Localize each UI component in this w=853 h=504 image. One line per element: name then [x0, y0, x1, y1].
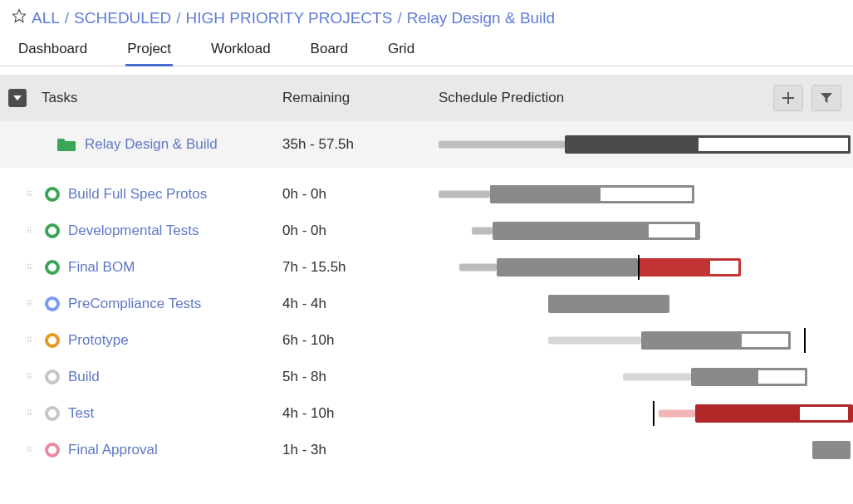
schedule-bar: [439, 432, 841, 468]
task-remaining: 0h - 0h: [282, 223, 439, 239]
filter-button[interactable]: [811, 85, 841, 111]
tab-bar: Dashboard Project Workload Board Grid: [0, 32, 853, 66]
drag-handle-icon[interactable]: ⠿: [27, 448, 37, 453]
schedule-bar: [439, 249, 841, 286]
drag-handle-icon[interactable]: ⠿: [27, 339, 37, 343]
star-outline-icon[interactable]: [12, 8, 27, 27]
schedule-bar: [439, 286, 841, 322]
svg-marker-4: [821, 93, 832, 103]
tab-dashboard[interactable]: Dashboard: [17, 36, 89, 66]
status-dot-icon: [45, 296, 60, 311]
task-name[interactable]: Final BOM: [68, 259, 135, 276]
task-name[interactable]: PreCompliance Tests: [68, 296, 201, 312]
task-remaining: 1h - 3h: [282, 442, 439, 458]
schedule-bar: [439, 395, 841, 432]
task-row[interactable]: ⠿Final Approval1h - 3h: [0, 432, 853, 468]
table-header-row: Tasks Remaining Schedule Prediction: [0, 75, 853, 121]
task-row[interactable]: ⠿Prototype6h - 10h: [0, 322, 853, 359]
task-name[interactable]: Final Approval: [68, 442, 158, 458]
breadcrumb-sep: /: [397, 9, 401, 27]
breadcrumb-link-current[interactable]: Relay Design & Build: [407, 9, 555, 27]
project-name[interactable]: Relay Design & Build: [85, 136, 218, 153]
status-dot-icon: [45, 406, 60, 421]
task-name[interactable]: Build: [68, 369, 100, 385]
project-remaining: 35h - 57.5h: [282, 136, 439, 153]
task-row[interactable]: ⠿Build Full Spec Protos0h - 0h: [0, 176, 853, 213]
column-header-remaining: Remaining: [282, 90, 439, 106]
folder-icon: [56, 136, 76, 153]
task-remaining: 5h - 8h: [282, 369, 439, 385]
status-dot-icon: [45, 260, 60, 275]
tab-grid[interactable]: Grid: [386, 36, 416, 66]
breadcrumb-link-high-priority[interactable]: HIGH PRIORITY PROJECTS: [186, 9, 393, 27]
tab-board[interactable]: Board: [309, 36, 350, 66]
drag-handle-icon[interactable]: ⠿: [27, 193, 37, 197]
status-dot-icon: [45, 223, 60, 238]
task-row[interactable]: ⠿Test4h - 10h: [0, 395, 853, 432]
task-name[interactable]: Build Full Spec Protos: [68, 186, 207, 203]
drag-handle-icon[interactable]: ⠿: [27, 375, 37, 379]
schedule-bar: [439, 176, 841, 213]
schedule-bar: [439, 213, 841, 249]
task-remaining: 4h - 4h: [282, 296, 439, 312]
svg-marker-0: [13, 10, 26, 22]
schedule-bar-project: [439, 121, 841, 168]
breadcrumb-sep: /: [65, 9, 69, 27]
drag-handle-icon[interactable]: ⠿: [27, 412, 37, 416]
task-name[interactable]: Prototype: [68, 332, 129, 349]
status-dot-icon: [45, 333, 60, 348]
task-name[interactable]: Test: [68, 405, 94, 422]
breadcrumb-sep: /: [176, 9, 180, 27]
task-row[interactable]: ⠿Developmental Tests0h - 0h: [0, 213, 853, 249]
tab-project[interactable]: Project: [125, 36, 173, 66]
task-row[interactable]: ⠿PreCompliance Tests4h - 4h: [0, 286, 853, 322]
breadcrumb: ALL / SCHEDULED / HIGH PRIORITY PROJECTS…: [0, 0, 853, 32]
breadcrumb-link-scheduled[interactable]: SCHEDULED: [74, 9, 171, 27]
schedule-bar: [439, 359, 841, 395]
tab-workload[interactable]: Workload: [209, 36, 272, 66]
column-header-schedule: Schedule Prediction: [439, 90, 773, 106]
expand-all-button[interactable]: [8, 89, 27, 107]
schedule-bar: [439, 322, 841, 359]
task-row[interactable]: ⠿Build5h - 8h: [0, 359, 853, 395]
task-remaining: 4h - 10h: [282, 405, 439, 422]
project-row[interactable]: Relay Design & Build 35h - 57.5h: [0, 121, 853, 168]
task-name[interactable]: Developmental Tests: [68, 223, 199, 239]
svg-rect-3: [782, 97, 794, 99]
task-remaining: 7h - 15.5h: [282, 259, 439, 276]
task-remaining: 0h - 0h: [282, 186, 439, 203]
task-remaining: 6h - 10h: [282, 332, 439, 349]
drag-handle-icon[interactable]: ⠿: [27, 302, 37, 306]
drag-handle-icon[interactable]: ⠿: [27, 266, 37, 270]
drag-handle-icon[interactable]: ⠿: [27, 229, 37, 233]
svg-marker-1: [13, 95, 22, 100]
status-dot-icon: [45, 369, 60, 384]
status-dot-icon: [45, 187, 60, 202]
status-dot-icon: [45, 443, 60, 458]
add-task-button[interactable]: [773, 85, 803, 111]
task-row[interactable]: ⠿Final BOM7h - 15.5h: [0, 249, 853, 286]
column-header-tasks: Tasks: [42, 90, 282, 106]
breadcrumb-link-all[interactable]: ALL: [32, 9, 60, 27]
